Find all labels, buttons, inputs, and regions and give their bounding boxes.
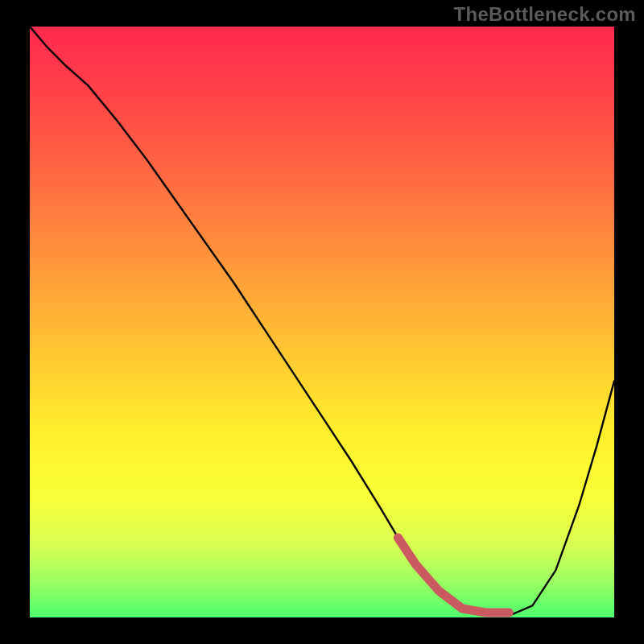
bottleneck-curve xyxy=(30,27,614,616)
plot-area xyxy=(30,27,614,617)
optimal-range-marker xyxy=(398,538,509,613)
chart-frame: TheBottleneck.com xyxy=(0,0,644,644)
watermark-text: TheBottleneck.com xyxy=(454,3,636,26)
curve-svg xyxy=(30,27,614,617)
